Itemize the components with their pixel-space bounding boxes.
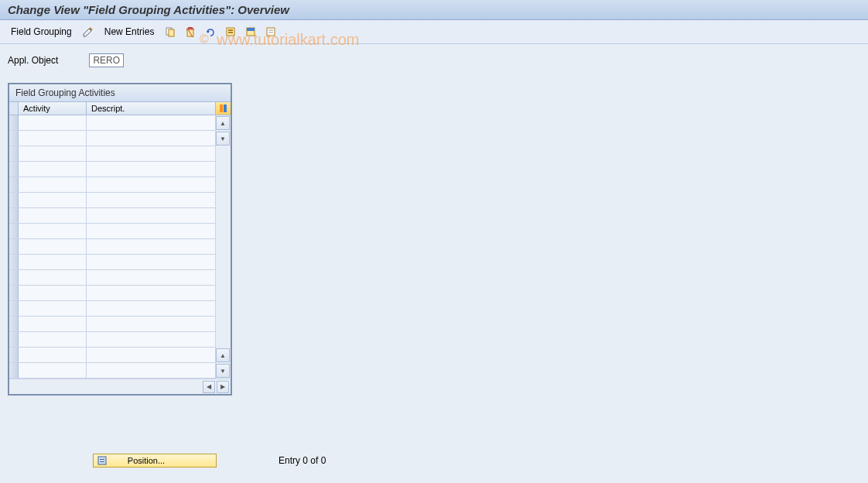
scroll-left-icon[interactable]: ◀ bbox=[203, 381, 215, 393]
cell-activity[interactable] bbox=[19, 270, 87, 285]
cell-descript[interactable] bbox=[87, 317, 215, 331]
table-row[interactable] bbox=[9, 224, 215, 239]
cell-descript[interactable] bbox=[87, 162, 215, 176]
table-row[interactable] bbox=[9, 162, 215, 177]
row-selector[interactable] bbox=[9, 317, 19, 331]
row-selector[interactable] bbox=[9, 224, 19, 238]
cell-descript[interactable] bbox=[87, 193, 215, 207]
col-activity-header[interactable]: Activity bbox=[19, 102, 87, 115]
svg-rect-4 bbox=[228, 29, 233, 31]
scroll-up2-icon[interactable]: ▲ bbox=[216, 348, 230, 362]
cell-descript[interactable] bbox=[87, 286, 215, 300]
row-selector[interactable] bbox=[9, 301, 19, 316]
vertical-scrollbar[interactable]: ▲ ▼ ▲ ▼ bbox=[215, 115, 231, 379]
cell-activity[interactable] bbox=[19, 162, 87, 176]
position-button[interactable]: Position... bbox=[93, 454, 217, 468]
row-selector[interactable] bbox=[9, 162, 19, 176]
undo-icon[interactable] bbox=[203, 25, 217, 39]
cell-activity[interactable] bbox=[19, 193, 87, 207]
cell-activity[interactable] bbox=[19, 131, 87, 146]
cell-descript[interactable] bbox=[87, 332, 215, 347]
row-selector[interactable] bbox=[9, 239, 19, 254]
cell-activity[interactable] bbox=[19, 317, 87, 331]
select-block-icon[interactable] bbox=[244, 25, 258, 39]
cell-activity[interactable] bbox=[19, 239, 87, 254]
table-row[interactable] bbox=[9, 177, 215, 193]
table-row[interactable] bbox=[9, 193, 215, 208]
table-row[interactable] bbox=[9, 332, 215, 348]
cell-activity[interactable] bbox=[19, 255, 87, 269]
row-selector[interactable] bbox=[9, 115, 19, 130]
svg-rect-7 bbox=[247, 28, 255, 31]
content-area: Appl. Object RERO Field Grouping Activit… bbox=[0, 44, 868, 405]
cell-descript[interactable] bbox=[87, 255, 215, 269]
table-body: ▲ ▼ ▲ ▼ bbox=[9, 115, 231, 379]
row-selector[interactable] bbox=[9, 348, 19, 362]
cell-descript[interactable] bbox=[87, 363, 215, 378]
row-selector[interactable] bbox=[9, 363, 19, 378]
cell-descript[interactable] bbox=[87, 239, 215, 254]
table-row[interactable] bbox=[9, 131, 215, 146]
cell-descript[interactable] bbox=[87, 146, 215, 161]
delete-icon[interactable] bbox=[183, 25, 197, 39]
cell-activity[interactable] bbox=[19, 224, 87, 238]
row-selector[interactable] bbox=[9, 270, 19, 285]
pencil-icon[interactable] bbox=[81, 25, 95, 39]
table-title: Field Grouping Activities bbox=[9, 84, 231, 102]
svg-rect-12 bbox=[224, 104, 227, 112]
row-selector[interactable] bbox=[9, 146, 19, 161]
row-selector[interactable] bbox=[9, 193, 19, 207]
deselect-all-icon[interactable] bbox=[264, 25, 278, 39]
row-selector-header[interactable] bbox=[9, 102, 19, 115]
scroll-up-icon[interactable]: ▲ bbox=[216, 116, 230, 130]
row-selector[interactable] bbox=[9, 208, 19, 223]
row-selector[interactable] bbox=[9, 332, 19, 347]
scroll-down2-icon[interactable]: ▼ bbox=[216, 364, 230, 378]
cell-descript[interactable] bbox=[87, 224, 215, 238]
col-descript-header[interactable]: Descript. bbox=[87, 102, 215, 115]
table-row[interactable] bbox=[9, 301, 215, 317]
horizontal-scrollbar[interactable]: ◀ ▶ bbox=[9, 379, 231, 394]
table-row[interactable] bbox=[9, 115, 215, 131]
row-selector[interactable] bbox=[9, 255, 19, 269]
cell-descript[interactable] bbox=[87, 115, 215, 130]
table-row[interactable] bbox=[9, 146, 215, 162]
table-row[interactable] bbox=[9, 348, 215, 363]
table-row[interactable] bbox=[9, 255, 215, 270]
cell-activity[interactable] bbox=[19, 115, 87, 130]
cell-descript[interactable] bbox=[87, 208, 215, 223]
row-selector[interactable] bbox=[9, 131, 19, 146]
field-grouping-menu[interactable]: Field Grouping bbox=[8, 25, 75, 39]
cell-descript[interactable] bbox=[87, 301, 215, 316]
appl-object-value[interactable]: RERO bbox=[89, 53, 124, 67]
table-row[interactable] bbox=[9, 286, 215, 301]
row-selector[interactable] bbox=[9, 177, 19, 192]
scroll-down-icon[interactable]: ▼ bbox=[216, 132, 230, 146]
cell-descript[interactable] bbox=[87, 131, 215, 146]
table-row[interactable] bbox=[9, 317, 215, 332]
copy-icon[interactable] bbox=[163, 25, 177, 39]
cell-descript[interactable] bbox=[87, 270, 215, 285]
row-selector[interactable] bbox=[9, 286, 19, 300]
table-row[interactable] bbox=[9, 239, 215, 255]
select-all-icon[interactable] bbox=[224, 25, 238, 39]
scroll-right-icon[interactable]: ▶ bbox=[217, 381, 229, 393]
cell-descript[interactable] bbox=[87, 177, 215, 192]
table-row[interactable] bbox=[9, 363, 215, 379]
cell-activity[interactable] bbox=[19, 177, 87, 192]
cell-activity[interactable] bbox=[19, 146, 87, 161]
appl-object-label: Appl. Object bbox=[8, 55, 58, 66]
new-entries-button[interactable]: New Entries bbox=[101, 25, 158, 39]
cell-activity[interactable] bbox=[19, 208, 87, 223]
table-config-icon[interactable] bbox=[215, 102, 231, 115]
cell-descript[interactable] bbox=[87, 348, 215, 362]
cell-activity[interactable] bbox=[19, 348, 87, 362]
cell-activity[interactable] bbox=[19, 301, 87, 316]
cell-activity[interactable] bbox=[19, 363, 87, 378]
table-row[interactable] bbox=[9, 208, 215, 224]
table-row[interactable] bbox=[9, 270, 215, 286]
cell-activity[interactable] bbox=[19, 286, 87, 300]
svg-rect-13 bbox=[98, 457, 106, 464]
svg-rect-9 bbox=[268, 29, 273, 31]
cell-activity[interactable] bbox=[19, 332, 87, 347]
